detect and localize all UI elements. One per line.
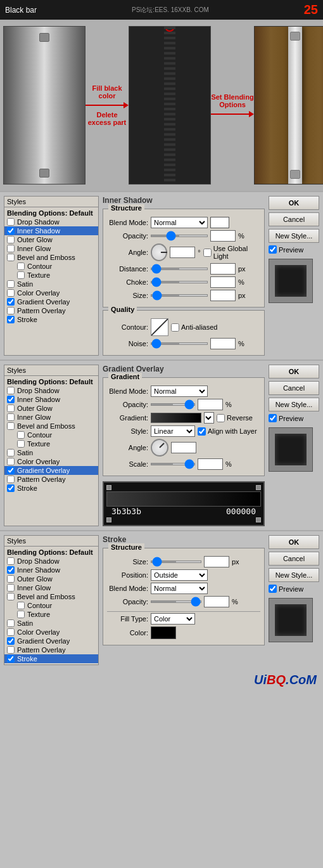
style-inner-shadow-2[interactable]: Inner Shadow	[4, 395, 98, 404]
style-contour[interactable]: Contour	[4, 262, 98, 271]
cb-satin-3[interactable]	[7, 619, 15, 627]
style-pattern-overlay-2[interactable]: Pattern Overlay	[4, 475, 98, 484]
anti-aliased-label[interactable]: Anti-aliased	[171, 323, 217, 332]
style-satin-2[interactable]: Satin	[4, 448, 98, 457]
choke-slider[interactable]	[151, 281, 208, 283]
style-satin-3[interactable]: Satin	[4, 619, 98, 628]
stroke-blend-select[interactable]: Normal	[151, 583, 208, 594]
contour-preview[interactable]	[151, 318, 168, 336]
cb-stroke-3[interactable]	[7, 655, 15, 663]
preview-checkbox-1[interactable]	[269, 245, 277, 254]
style-contour-2[interactable]: Contour	[4, 431, 98, 439]
ok-button-2[interactable]: OK	[269, 365, 319, 379]
stroke-opacity-slider[interactable]	[151, 600, 201, 603]
angle-value[interactable]: 180	[170, 247, 195, 258]
choke-value[interactable]: 0	[210, 276, 236, 288]
noise-value[interactable]: 0	[210, 338, 236, 349]
new-style-button-2[interactable]: New Style...	[269, 398, 319, 411]
style-gradient-overlay-3[interactable]: Gradient Overlay	[4, 637, 98, 645]
preview-checkbox-3[interactable]	[269, 585, 277, 593]
style-color-overlay-2[interactable]: Color Overlay	[4, 457, 98, 466]
checkbox-gradient-overlay-1[interactable]	[7, 298, 15, 306]
stroke-opacity-value[interactable]: 100	[204, 596, 229, 607]
style-satin[interactable]: Satin	[4, 280, 98, 288]
style-inner-glow-3[interactable]: Inner Glow	[4, 583, 98, 592]
g-scale-value[interactable]: 100	[198, 458, 223, 470]
global-light-checkbox[interactable]	[203, 249, 212, 257]
g-angle-dial[interactable]	[151, 439, 168, 457]
distance-value[interactable]: 1	[210, 263, 236, 275]
checkbox-outer-glow[interactable]	[7, 236, 15, 243]
stroke-color-swatch[interactable]	[151, 626, 176, 639]
style-texture-3[interactable]: Texture	[4, 610, 98, 619]
cb-color-overlay-3[interactable]	[7, 628, 15, 636]
noise-slider[interactable]	[151, 342, 208, 345]
reverse-label[interactable]: Reverse	[217, 414, 253, 422]
gradient-swatch[interactable]	[151, 413, 201, 423]
checkbox-satin[interactable]	[7, 280, 15, 288]
stroke-fill-type-select[interactable]: Color	[151, 613, 195, 625]
size-value[interactable]: 2	[210, 290, 236, 301]
checkbox-stroke-1[interactable]	[7, 316, 15, 323]
cancel-button-1[interactable]: Cancel	[269, 212, 319, 226]
preview-check-2[interactable]: Preview	[269, 414, 319, 422]
checkbox-drop-shadow[interactable]	[7, 218, 15, 226]
g-style-select[interactable]: Linear	[151, 425, 195, 437]
stroke-position-select[interactable]: Outside	[151, 569, 208, 581]
angle-dial[interactable]	[151, 243, 167, 261]
global-light-label[interactable]: Use Global Light	[203, 245, 260, 260]
cb-pattern-overlay-3[interactable]	[7, 646, 15, 654]
g-opacity-slider[interactable]	[151, 403, 195, 406]
style-bevel-emboss-3[interactable]: Bevel and Emboss	[4, 592, 98, 601]
cb-drop-shadow-2[interactable]	[7, 387, 15, 394]
checkbox-color-overlay-1[interactable]	[7, 289, 15, 297]
cb-gradient-overlay-2[interactable]	[7, 467, 15, 474]
style-gradient-overlay-2[interactable]: Gradient Overlay	[4, 466, 98, 475]
cancel-button-2[interactable]: Cancel	[269, 381, 319, 395]
size-slider[interactable]	[151, 294, 208, 297]
cb-bevel-emboss-3[interactable]	[7, 593, 15, 600]
cb-stroke-2[interactable]	[7, 484, 15, 492]
style-bevel-emboss[interactable]: Bevel and Emboss	[4, 253, 98, 262]
checkbox-pattern-overlay-1[interactable]	[7, 307, 15, 314]
blend-mode-select[interactable]: Normal	[151, 217, 208, 228]
style-texture-2[interactable]: Texture	[4, 439, 98, 448]
g-scale-slider[interactable]	[151, 463, 195, 465]
checkbox-inner-glow[interactable]	[7, 245, 15, 252]
cb-drop-shadow-3[interactable]	[7, 557, 15, 565]
cb-color-overlay-2[interactable]	[7, 458, 15, 465]
stroke-size-slider[interactable]	[151, 560, 201, 563]
reverse-checkbox[interactable]	[217, 414, 225, 422]
cb-texture-2[interactable]	[17, 440, 25, 448]
cb-satin-2[interactable]	[7, 449, 15, 457]
align-layer-checkbox[interactable]	[198, 427, 206, 436]
style-outer-glow-3[interactable]: Outer Glow	[4, 574, 98, 583]
cb-contour-2[interactable]	[17, 431, 25, 439]
cb-texture-3[interactable]	[17, 611, 25, 618]
preview-check-1[interactable]: Preview	[269, 245, 319, 254]
style-blending-default-2[interactable]: Blending Options: Default	[4, 377, 98, 386]
style-stroke-1[interactable]: Stroke	[4, 315, 98, 324]
checkbox-texture[interactable]	[17, 271, 25, 279]
style-drop-shadow[interactable]: Drop Shadow	[4, 217, 98, 226]
style-pattern-overlay-1[interactable]: Pattern Overlay	[4, 306, 98, 315]
anti-aliased-checkbox[interactable]	[171, 323, 179, 332]
style-color-overlay-3[interactable]: Color Overlay	[4, 628, 98, 637]
style-texture[interactable]: Texture	[4, 271, 98, 280]
cb-inner-shadow-3[interactable]	[7, 566, 15, 574]
checkbox-inner-shadow[interactable]	[7, 227, 15, 235]
cb-inner-glow-3[interactable]	[7, 584, 15, 592]
style-inner-shadow[interactable]: Inner Shadow	[4, 226, 98, 235]
style-stroke-2[interactable]: Stroke	[4, 484, 98, 493]
checkbox-contour[interactable]	[17, 262, 25, 270]
cb-pattern-overlay-2[interactable]	[7, 476, 15, 483]
opacity-value[interactable]: 32	[210, 230, 236, 242]
style-blending-default[interactable]: Blending Options: Default	[4, 209, 98, 217]
cb-inner-shadow-2[interactable]	[7, 396, 15, 403]
stroke-size-value[interactable]: 1	[204, 556, 229, 567]
style-inner-glow[interactable]: Inner Glow	[4, 244, 98, 253]
cancel-button-3[interactable]: Cancel	[269, 552, 319, 566]
style-inner-glow-2[interactable]: Inner Glow	[4, 413, 98, 422]
style-color-overlay-1[interactable]: Color Overlay	[4, 288, 98, 297]
g-blend-select[interactable]: Normal	[151, 385, 208, 397]
